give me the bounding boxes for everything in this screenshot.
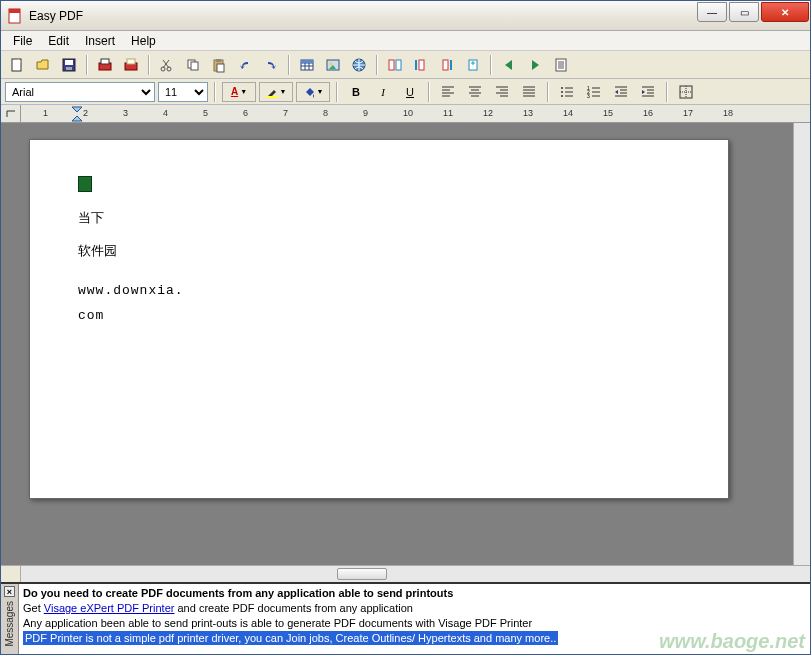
insert-image-button[interactable] [321, 54, 345, 76]
close-button[interactable]: ✕ [761, 2, 809, 22]
svg-rect-6 [65, 60, 73, 65]
window-controls: — ▭ ✕ [697, 1, 810, 30]
messages-panel: × Messages Do you need to create PDF doc… [1, 582, 810, 654]
toolbar-separator [336, 82, 338, 102]
messages-line: Do you need to create PDF documents from… [23, 586, 806, 601]
app-icon [7, 8, 23, 24]
toolbar-separator [214, 82, 216, 102]
layout-new-page-button[interactable] [461, 54, 485, 76]
italic-button[interactable]: I [371, 81, 395, 103]
align-left-button[interactable] [436, 81, 460, 103]
inline-image-icon[interactable] [78, 176, 92, 192]
messages-tab[interactable]: × Messages [1, 584, 19, 654]
svg-rect-19 [216, 59, 221, 62]
toolbar-separator [148, 55, 150, 75]
menu-file[interactable]: File [5, 32, 40, 50]
menu-edit[interactable]: Edit [40, 32, 77, 50]
svg-marker-41 [532, 60, 539, 70]
toolbar-separator [288, 55, 290, 75]
toolbar-separator [376, 55, 378, 75]
background-color-button[interactable]: ▼ [296, 82, 330, 102]
svg-rect-48 [266, 96, 278, 98]
svg-rect-11 [127, 59, 135, 64]
ruler-corner [1, 105, 21, 123]
window-title: Easy PDF [29, 9, 697, 23]
layout-after-button[interactable] [435, 54, 459, 76]
ruler-ticks: 1 2 3 4 5 6 7 8 9 10 11 12 13 14 15 16 1… [21, 105, 810, 123]
numbered-list-button[interactable]: 123 [582, 81, 606, 103]
font-size-select[interactable]: 11 [158, 82, 208, 102]
insert-link-button[interactable] [347, 54, 371, 76]
scroll-thumb[interactable] [337, 568, 387, 580]
bold-button[interactable]: B [344, 81, 368, 103]
highlight-color-button[interactable]: ▼ [259, 82, 293, 102]
svg-point-70 [561, 95, 563, 97]
messages-link[interactable]: Visage eXPert PDF Printer [44, 602, 175, 614]
ruler[interactable]: 1 2 3 4 5 6 7 8 9 10 11 12 13 14 15 16 1… [1, 105, 810, 123]
messages-close-button[interactable]: × [4, 586, 15, 597]
document-area: 当下 软件园 www.downxia. com [1, 123, 810, 565]
messages-tab-label: Messages [4, 601, 15, 647]
svg-rect-32 [396, 60, 401, 70]
toolbar-format: Arial 11 A▼ ▼ ▼ B I U 123 [1, 79, 810, 105]
properties-button[interactable] [549, 54, 573, 76]
svg-rect-9 [101, 59, 109, 64]
copy-button[interactable] [181, 54, 205, 76]
svg-rect-42 [556, 59, 566, 71]
svg-rect-26 [301, 60, 313, 63]
toolbar-separator [490, 55, 492, 75]
toolbar-separator [547, 82, 549, 102]
build-pdf-open-button[interactable] [119, 54, 143, 76]
toolbar-separator [86, 55, 88, 75]
next-page-button[interactable] [523, 54, 547, 76]
svg-text:3: 3 [587, 93, 590, 99]
layout-before-button[interactable] [409, 54, 433, 76]
text-line[interactable]: 当下 [78, 206, 680, 231]
bullet-list-button[interactable] [555, 81, 579, 103]
messages-line: Get Visage eXPert PDF Printer and create… [23, 601, 806, 616]
menu-help[interactable]: Help [123, 32, 164, 50]
align-center-button[interactable] [463, 81, 487, 103]
app-window: Easy PDF — ▭ ✕ File Edit Insert Help [0, 0, 811, 655]
build-pdf-button[interactable] [93, 54, 117, 76]
svg-rect-1 [9, 9, 20, 13]
insert-table-button[interactable] [295, 54, 319, 76]
minimize-button[interactable]: — [697, 2, 727, 22]
menu-insert[interactable]: Insert [77, 32, 123, 50]
underline-button[interactable]: U [398, 81, 422, 103]
messages-body: Do you need to create PDF documents from… [19, 584, 810, 654]
cut-button[interactable] [155, 54, 179, 76]
titlebar[interactable]: Easy PDF — ▭ ✕ [1, 1, 810, 31]
page[interactable]: 当下 软件园 www.downxia. com [29, 139, 729, 499]
save-button[interactable] [57, 54, 81, 76]
indent-button[interactable] [636, 81, 660, 103]
prev-page-button[interactable] [497, 54, 521, 76]
border-button[interactable] [674, 81, 698, 103]
open-button[interactable] [31, 54, 55, 76]
undo-button[interactable] [233, 54, 257, 76]
svg-rect-35 [443, 60, 448, 70]
horizontal-scrollbar[interactable] [1, 565, 810, 582]
redo-button[interactable] [259, 54, 283, 76]
new-button[interactable] [5, 54, 29, 76]
align-right-button[interactable] [490, 81, 514, 103]
outdent-button[interactable] [609, 81, 633, 103]
toolbar-separator [428, 82, 430, 102]
font-color-button[interactable]: A▼ [222, 82, 256, 102]
svg-marker-79 [615, 90, 618, 94]
messages-line-selected[interactable]: PDF Printer is not a simple pdf printer … [23, 631, 806, 646]
text-line[interactable]: www.downxia. com [78, 279, 680, 328]
vertical-scrollbar[interactable] [793, 123, 810, 565]
font-family-select[interactable]: Arial [5, 82, 155, 102]
maximize-button[interactable]: ▭ [729, 2, 759, 22]
svg-marker-4 [37, 60, 48, 69]
svg-rect-33 [419, 60, 424, 70]
text-line[interactable]: 软件园 [78, 239, 680, 264]
indent-marker-icon[interactable] [71, 105, 83, 123]
paste-button[interactable] [207, 54, 231, 76]
page-scroll-area[interactable]: 当下 软件园 www.downxia. com [1, 123, 793, 565]
layout-double-button[interactable] [383, 54, 407, 76]
align-justify-button[interactable] [517, 81, 541, 103]
menubar: File Edit Insert Help [1, 31, 810, 51]
messages-line: Any application been able to send print-… [23, 616, 806, 631]
